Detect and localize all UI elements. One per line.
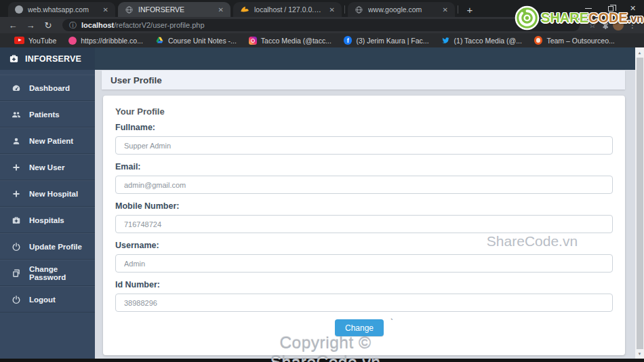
bottom-edge-strip <box>0 359 644 362</box>
fullname-field[interactable] <box>115 136 613 155</box>
outsource-icon <box>534 36 543 45</box>
tab-close-icon[interactable]: ✕ <box>102 6 110 14</box>
sidebar-item-label: Hospitals <box>29 216 64 224</box>
tab-inforserve-active[interactable]: INFORSERVE ✕ <box>118 2 230 17</box>
user-icon <box>12 136 21 146</box>
bookmark-facebook[interactable]: f (3) Jerim Kaura | Fac... <box>338 36 435 45</box>
tab-google[interactable]: www.google.com ✕ <box>348 2 455 17</box>
sidebar-item-update-profile[interactable]: Update Profile <box>0 233 95 260</box>
sidebar-item-label: New Hospital <box>29 190 78 198</box>
page-title: User Profile <box>102 71 625 89</box>
bookmarks-bar: YouTube https://dribbble.co... Course Un… <box>0 33 644 47</box>
page-scrollbar[interactable]: ▲ ▼ <box>635 47 644 359</box>
button-row: Change` <box>115 319 613 336</box>
form-group-username: Username: <box>115 241 613 273</box>
scrollbar-thumb[interactable] <box>637 58 643 349</box>
forward-icon[interactable]: → <box>23 20 38 31</box>
form-group-mobile: Mobile Number: <box>115 201 613 233</box>
bookmark-star-icon[interactable]: ☆ <box>586 20 599 30</box>
brand[interactable]: INFORSERVE <box>0 47 95 70</box>
tab-close-icon[interactable]: ✕ <box>328 6 336 14</box>
bookmark-label: YouTube <box>28 37 56 45</box>
restore-button[interactable] <box>599 0 622 17</box>
sidebar-item-dashboard[interactable]: Dashboard <box>0 75 95 101</box>
sidebar-item-label: Patients <box>29 110 60 119</box>
browser-toolbar: ← → ↻ ⓘ localhost/refactorV2/user-profil… <box>0 17 644 33</box>
close-window-button[interactable]: ✕ <box>622 0 644 17</box>
restore-icon <box>608 6 613 12</box>
bookmark-label: https://dribbble.co... <box>81 37 143 45</box>
sidebar-item-new-hospital[interactable]: New Hospital <box>0 180 95 207</box>
tab-title: www.google.com <box>368 5 437 14</box>
browser-menu-icon[interactable]: ⋮ <box>626 20 639 30</box>
youtube-icon <box>14 37 24 44</box>
email-field[interactable] <box>115 176 613 194</box>
stray-backtick: ` <box>390 318 393 327</box>
url-text: localhost/refactorV2/user-profile.php <box>81 21 205 29</box>
twitter-icon <box>441 36 450 45</box>
sidebar-item-hospitals[interactable]: Hospitals <box>0 207 95 233</box>
medkit-icon <box>12 216 21 225</box>
change-button[interactable]: Change <box>335 319 384 336</box>
card-heading: Your Profile <box>115 106 613 117</box>
new-tab-button[interactable]: + <box>461 2 479 17</box>
bookmark-twitter[interactable]: (1) Tacco Media (@... <box>435 36 528 45</box>
bookmark-instagram[interactable]: Tacco Media (@tacc... <box>243 37 338 45</box>
username-field[interactable] <box>115 254 613 273</box>
dribbble-icon <box>68 37 77 45</box>
form-group-id-number: Id Number: <box>115 280 613 312</box>
power-icon <box>12 242 21 252</box>
id-number-field[interactable] <box>115 294 613 312</box>
sidebar-item-label: Logout <box>29 296 56 304</box>
sidebar-item-new-patient[interactable]: New Patient <box>0 127 95 154</box>
scroll-up-icon[interactable]: ▲ <box>635 48 644 57</box>
tab-phpmyadmin[interactable]: localhost / 127.0.0.1 / hospicare / ✕ <box>233 2 342 17</box>
extensions-puzzle-icon[interactable] <box>601 21 610 30</box>
globe-favicon <box>125 5 134 14</box>
scroll-down-icon[interactable]: ▼ <box>635 349 644 358</box>
instagram-icon <box>249 37 257 45</box>
sidebar-item-label: New User <box>29 163 64 172</box>
tab-whatsapp[interactable]: web.whatsapp.com ✕ <box>8 2 115 17</box>
site-info-icon[interactable]: ⓘ <box>69 20 77 31</box>
bookmark-youtube[interactable]: YouTube <box>8 37 62 45</box>
sidebar-item-label: New Patient <box>29 137 73 145</box>
sidebar-item-label: Dashboard <box>29 84 70 92</box>
tab-title: INFORSERVE <box>138 5 212 14</box>
main-content: User Profile Your Profile Fullname: Emai… <box>95 47 635 359</box>
globe-favicon <box>355 5 363 14</box>
fullname-label: Fullname: <box>115 123 613 133</box>
url-host: localhost <box>81 21 114 29</box>
tab-separator <box>458 5 458 14</box>
tab-close-icon[interactable]: ✕ <box>441 6 449 14</box>
plus-icon <box>12 189 21 199</box>
form-group-email: Email: <box>115 162 613 194</box>
minimize-button[interactable] <box>577 0 599 17</box>
window-controls: ✕ <box>577 0 644 17</box>
bookmark-outsource[interactable]: Team – Outsourceo... <box>528 36 621 45</box>
tab-close-icon[interactable]: ✕ <box>217 6 225 14</box>
bookmark-dribbble[interactable]: https://dribbble.co... <box>62 37 149 45</box>
sidebar-item-patients[interactable]: Patients <box>0 101 95 127</box>
browser-tabstrip: web.whatsapp.com ✕ INFORSERVE ✕ localhos… <box>0 0 644 17</box>
sidebar-item-change-password[interactable]: Change Password <box>0 260 95 286</box>
brand-label: INFORSERVE <box>25 54 81 64</box>
sidebar: INFORSERVE Dashboard Patients New Patien… <box>0 47 95 359</box>
back-icon[interactable]: ← <box>5 20 20 31</box>
bookmark-label: Tacco Media (@tacc... <box>261 37 331 45</box>
mobile-number-field[interactable] <box>115 215 613 233</box>
bookmark-drive[interactable]: Course Unit Notes -... <box>149 36 243 45</box>
power-icon <box>12 295 21 304</box>
profile-avatar[interactable] <box>613 20 624 31</box>
hospital-medkit-icon <box>9 54 19 64</box>
whatsapp-favicon <box>15 5 23 14</box>
plus-icon <box>12 163 21 172</box>
inforserve-app: INFORSERVE Dashboard Patients New Patien… <box>0 47 644 359</box>
sidebar-nav: Dashboard Patients New Patient New User … <box>0 75 95 313</box>
screen: web.whatsapp.com ✕ INFORSERVE ✕ localhos… <box>0 0 644 362</box>
tab-title: localhost / 127.0.0.1 / hospicare / <box>254 5 323 14</box>
sidebar-item-new-user[interactable]: New User <box>0 154 95 180</box>
reload-icon[interactable]: ↻ <box>41 20 56 31</box>
sidebar-item-logout[interactable]: Logout <box>0 286 95 313</box>
address-bar[interactable]: ⓘ localhost/refactorV2/user-profile.php <box>62 19 580 31</box>
